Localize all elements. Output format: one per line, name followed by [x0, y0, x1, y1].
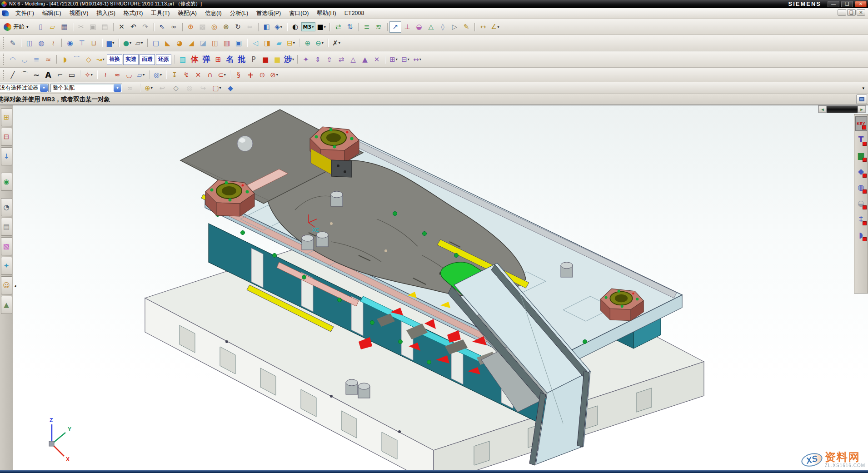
dropdown-arrow-icon[interactable]: [114, 84, 121, 92]
close-button[interactable]: ✕: [855, 1, 867, 7]
section-surface-icon[interactable]: ◗: [59, 54, 71, 65]
menu-window[interactable]: 窗口(O): [285, 8, 313, 19]
patch-icon[interactable]: ◪: [197, 37, 209, 49]
sketch-icon[interactable]: ✎: [7, 37, 19, 49]
shell-icon[interactable]: ▢: [150, 37, 162, 49]
extrude-icon[interactable]: ◫: [24, 37, 35, 49]
offset-curve-icon[interactable]: ≀: [100, 69, 111, 80]
selection-hook-icon[interactable]: ↪: [197, 82, 209, 94]
pocket-icon[interactable]: ⊔: [88, 37, 100, 49]
interference-cube-icon[interactable]: ◇: [170, 82, 182, 94]
reuse-library-tab[interactable]: ◉: [1, 173, 12, 191]
through-mesh-icon[interactable]: ≡: [30, 54, 42, 65]
menu-assemblies[interactable]: 装配(A): [174, 8, 201, 19]
constraint-navigator-tab[interactable]: ⊟: [1, 128, 12, 146]
datum-point-icon[interactable]: ✗: [330, 37, 342, 49]
orient-vector-icon[interactable]: ↗: [389, 21, 401, 33]
menu-et2008[interactable]: ET2008: [340, 9, 369, 18]
unite-icon[interactable]: ●: [121, 37, 133, 49]
trim-body-icon[interactable]: ◁: [249, 37, 261, 49]
object-display-icon[interactable]: ◒: [413, 21, 425, 33]
ellipse-curve-icon[interactable]: ⊘: [268, 69, 280, 80]
restore-display-button[interactable]: 还原: [156, 54, 171, 65]
face-translucent-button[interactable]: 面透: [140, 54, 155, 65]
rotate-component-icon[interactable]: ⇅: [344, 21, 356, 33]
extract-curve-icon[interactable]: ⊂: [216, 69, 228, 80]
assembly-mirror-icon[interactable]: ⊟: [399, 54, 411, 65]
paste-icon[interactable]: ▤: [99, 21, 111, 33]
dropdown-arrow-icon[interactable]: [40, 84, 48, 92]
n-side-surface-icon[interactable]: ◇: [83, 54, 95, 65]
selection-info-icon[interactable]: ⇖: [156, 21, 168, 33]
palette-t-part[interactable]: T: [855, 132, 867, 147]
hole-icon[interactable]: ◉: [64, 37, 76, 49]
view-orientation-icon[interactable]: ◈: [273, 21, 284, 33]
scale-body-icon[interactable]: ▰: [273, 37, 285, 49]
open-file-icon[interactable]: ▱: [47, 21, 59, 33]
toolbar-grip[interactable]: [3, 37, 5, 49]
redo-icon[interactable]: ↷: [140, 21, 151, 33]
swept-surface-icon[interactable]: ≈: [42, 54, 54, 65]
show-hide-icon[interactable]: △: [425, 21, 437, 33]
maximize-button[interactable]: ❑: [841, 1, 853, 7]
menu-help[interactable]: 帮助(H): [313, 8, 340, 19]
assembly-array-icon[interactable]: ▲: [359, 54, 371, 65]
palette-collapse-icon[interactable]: ◂: [14, 284, 857, 468]
tube-icon[interactable]: ◎: [152, 69, 164, 80]
assembly-navigator-tab[interactable]: ⊞: [1, 108, 12, 126]
background-color-icon[interactable]: ■: [315, 21, 327, 33]
rotate-view-icon[interactable]: ↻: [232, 21, 244, 33]
layer-settings-icon[interactable]: ≡: [361, 21, 373, 33]
simplify-curve-icon[interactable]: ▱: [135, 69, 147, 80]
new-file-icon[interactable]: ▯: [35, 21, 47, 33]
menu-view[interactable]: 视图(V): [65, 8, 93, 19]
through-curves-icon[interactable]: ◡: [19, 54, 30, 65]
scroll-left-icon[interactable]: ◄: [818, 106, 827, 113]
visualization-tab[interactable]: ✦: [1, 257, 12, 275]
child-restore-button[interactable]: ❑: [847, 9, 856, 16]
combined-projection-icon[interactable]: ↯: [180, 69, 192, 80]
batch-button[interactable]: 批: [236, 54, 248, 65]
rectangle-icon[interactable]: ▭: [66, 69, 78, 80]
replace-display-button[interactable]: 替换: [107, 54, 122, 65]
assembly-swap-icon[interactable]: ⇄: [335, 54, 347, 65]
menu-information[interactable]: 信息(I): [201, 8, 226, 19]
start-menu-button[interactable]: 开始: [2, 22, 32, 32]
undo-selection-icon[interactable]: ↩: [156, 82, 168, 94]
position-label-button[interactable]: P: [248, 54, 259, 65]
boolean-add-icon[interactable]: ⊕: [302, 37, 314, 49]
bridge-curve-icon[interactable]: ◡: [123, 69, 135, 80]
history-tab[interactable]: ◔: [1, 198, 12, 216]
bridge-surface-icon[interactable]: ⌒: [71, 54, 83, 65]
involve-button[interactable]: 涉: [283, 54, 295, 65]
save-icon[interactable]: ▦: [59, 21, 70, 33]
roles-tab[interactable]: ☺: [1, 276, 12, 294]
yellow-block-button[interactable]: ■: [271, 54, 283, 65]
zoom-region-icon[interactable]: ◎: [209, 21, 220, 33]
marquee-select-icon[interactable]: ▢: [211, 82, 223, 94]
rendering-style-icon[interactable]: ◧: [261, 21, 273, 33]
spring-button[interactable]: 弹: [200, 54, 212, 65]
block-icon[interactable]: ▆: [105, 37, 116, 49]
ruled-surface-icon[interactable]: ◠: [7, 54, 19, 65]
materials-tab[interactable]: ▧: [1, 237, 12, 255]
body-button[interactable]: 体: [189, 54, 200, 65]
name-button[interactable]: 名: [224, 54, 236, 65]
shaded-cube-icon[interactable]: ◆: [224, 82, 236, 94]
cyan-grid-button[interactable]: ▥: [177, 54, 189, 65]
stitch-icon[interactable]: ▥: [221, 37, 233, 49]
chamfer-icon[interactable]: ◢: [185, 37, 197, 49]
assembly-measure-icon[interactable]: ↔: [411, 54, 423, 65]
section-curve-icon[interactable]: ∩: [204, 69, 216, 80]
offset-face-icon[interactable]: ⊟: [285, 37, 297, 49]
boss-icon[interactable]: ⊤: [76, 37, 88, 49]
sweep-icon[interactable]: ≀: [47, 37, 59, 49]
cross-curve-icon[interactable]: +: [244, 69, 256, 80]
line-icon[interactable]: ╱: [7, 69, 19, 80]
zoom-in-out-icon[interactable]: ⊛: [220, 21, 232, 33]
child-close-button[interactable]: ✕: [857, 9, 865, 16]
toolbar-grip[interactable]: [3, 54, 5, 65]
menu-insert[interactable]: 插入(S): [92, 8, 120, 19]
view-m3-button[interactable]: M3: [301, 22, 316, 31]
assembly-select-icon[interactable]: ⇧: [324, 54, 335, 65]
